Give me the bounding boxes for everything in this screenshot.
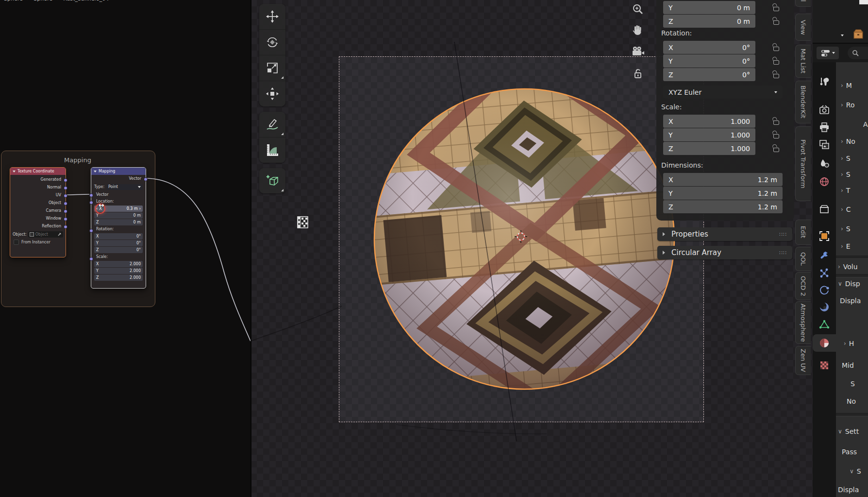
panel-row[interactable]: ›Ro xyxy=(841,101,854,109)
sidebar-tab-ocd-2[interactable]: OCD 2 xyxy=(795,272,811,300)
lock-rotation-x-icon[interactable] xyxy=(773,43,781,51)
rotation-mode-dropdown[interactable]: XYZ Euler xyxy=(663,86,783,99)
scale-z-field[interactable]: Z 1.000 xyxy=(663,142,755,155)
editor-type-button[interactable] xyxy=(817,47,839,59)
location-z-slider[interactable]: Z 0 m xyxy=(94,219,143,225)
measure-tool-button[interactable] xyxy=(259,137,285,163)
scale-x-field[interactable]: X 1.000 xyxy=(663,115,755,128)
lock-rotation-y-icon[interactable] xyxy=(773,57,781,65)
tab-constraints[interactable] xyxy=(813,298,836,316)
sidebar-tab-pivot-transform[interactable]: Pivot Transform xyxy=(795,126,811,201)
tab-particles[interactable] xyxy=(813,264,836,282)
rotation-y-field[interactable]: Y 0° xyxy=(663,54,755,68)
socket-uv[interactable] xyxy=(64,194,67,198)
move-tool-button[interactable] xyxy=(259,4,285,29)
tab-world[interactable] xyxy=(813,173,836,190)
tab-tool[interactable] xyxy=(813,73,836,90)
circular-array-panel-header[interactable]: Circular Array ∷∷ xyxy=(657,246,792,259)
socket-vector-output[interactable] xyxy=(144,177,148,181)
pan-gizmo[interactable] xyxy=(628,20,648,40)
mapping-node-header[interactable]: Mapping xyxy=(91,168,146,175)
collapse-chevron-icon[interactable] xyxy=(94,171,97,174)
camera-gizmo[interactable] xyxy=(628,42,648,61)
rotation-z-field[interactable]: Z 0° xyxy=(663,68,755,81)
lock-scale-z-icon[interactable] xyxy=(773,144,781,153)
mapping-node[interactable]: Mapping Vector Type: Point Vector Locati… xyxy=(91,167,146,289)
rotation-x-field[interactable]: X 0° xyxy=(663,41,755,54)
tab-modifiers[interactable] xyxy=(813,247,836,264)
rotation-x-slider[interactable]: X 0° xyxy=(94,233,143,240)
socket-normal[interactable] xyxy=(64,186,67,190)
sidebar-tab-edit[interactable]: Edit xyxy=(795,220,811,245)
sidebar-tab-mat-list[interactable]: Mat List xyxy=(795,45,811,78)
sidebar-tab-zen-uv[interactable]: Zen UV xyxy=(795,346,811,375)
panel-row[interactable]: ›C xyxy=(841,206,851,213)
scale-z-slider[interactable]: Z 2.000 xyxy=(94,274,143,281)
scale-y-slider[interactable]: Y 2.000 xyxy=(94,268,143,274)
tab-collection[interactable] xyxy=(813,200,836,218)
rotation-z-slider[interactable]: Z 0° xyxy=(94,247,143,253)
properties-panel-header[interactable]: Properties ∷∷ xyxy=(657,227,792,241)
panel-row[interactable]: ›S xyxy=(841,154,851,162)
panel-row-settings[interactable]: ∨Sett xyxy=(838,428,859,435)
lock-scale-x-icon[interactable] xyxy=(773,117,781,125)
location-z-field[interactable]: Z 0 m xyxy=(663,15,755,28)
panel-row[interactable]: ›E xyxy=(841,242,851,250)
zoom-gizmo[interactable] xyxy=(628,0,648,19)
lock-scale-y-icon[interactable] xyxy=(773,131,781,139)
from-instancer-checkbox[interactable] xyxy=(14,240,19,245)
tab-material[interactable] xyxy=(813,334,836,352)
dimension-x-field[interactable]: X 1.2 m xyxy=(663,173,783,186)
tab-physics[interactable] xyxy=(813,282,836,299)
scale-tool-button[interactable] xyxy=(259,55,285,81)
socket-location[interactable] xyxy=(89,201,93,205)
from-instancer-row[interactable]: From Instancer xyxy=(10,238,66,246)
texture-coordinate-node[interactable]: Texture Coordinate Generated Normal UV O… xyxy=(10,167,66,257)
dimension-y-field[interactable]: Y 1.2 m xyxy=(663,187,783,200)
sidebar-tab-qol[interactable]: QOL xyxy=(795,247,811,271)
rotate-tool-button[interactable] xyxy=(259,29,285,55)
panel-row[interactable]: ∨S xyxy=(850,467,861,475)
shader-editor[interactable]: Sphere › Sphere › Rust_banners_04 Mappin… xyxy=(0,0,251,497)
socket-generated[interactable] xyxy=(64,178,67,182)
panel-grip-icon[interactable]: ∷∷ xyxy=(779,231,787,238)
dimension-z-field[interactable]: Z 1.2 m xyxy=(663,200,783,213)
socket-window[interactable] xyxy=(64,217,67,221)
lock-rotation-z-icon[interactable] xyxy=(773,70,781,79)
panel-row-volume[interactable]: ›Volu xyxy=(838,263,858,271)
socket-scale[interactable] xyxy=(89,257,93,261)
tab-output[interactable] xyxy=(813,119,836,136)
socket-vector-input[interactable] xyxy=(89,193,93,197)
rotation-y-slider[interactable]: Y 0° xyxy=(94,240,143,246)
tab-texture[interactable] xyxy=(813,357,836,374)
transform-tool-button[interactable] xyxy=(259,81,285,106)
tab-object-data[interactable] xyxy=(813,316,836,333)
eyedropper-icon[interactable] xyxy=(58,232,62,236)
panel-row[interactable]: ›T xyxy=(841,187,850,194)
tab-scene[interactable] xyxy=(813,154,836,172)
search-field[interactable] xyxy=(848,47,868,59)
socket-reflection[interactable] xyxy=(64,225,67,229)
scale-x-slider[interactable]: X 2.000 xyxy=(94,261,143,267)
tab-render[interactable] xyxy=(813,101,836,119)
panel-row[interactable]: ›M xyxy=(841,82,852,89)
sidebar-tab-blenderkit[interactable]: BlenderKit xyxy=(795,81,811,123)
tab-view-layer[interactable] xyxy=(813,136,836,154)
panel-row-displacement[interactable]: ∨Disp xyxy=(838,280,860,288)
socket-object[interactable] xyxy=(64,202,67,206)
sidebar-tab-view[interactable]: View xyxy=(795,14,811,41)
annotate-tool-button[interactable] xyxy=(259,112,285,137)
sidebar-tab-atmosphere[interactable]: Atmosphere xyxy=(795,301,811,344)
panel-grip-icon[interactable]: ∷∷ xyxy=(779,250,787,256)
object-field[interactable]: Object xyxy=(28,231,63,238)
socket-rotation[interactable] xyxy=(89,229,93,233)
collapse-chevron-icon[interactable] xyxy=(13,171,16,174)
socket-camera[interactable] xyxy=(64,209,67,213)
sidebar-tab-tool[interactable]: Tool xyxy=(795,0,811,7)
location-y-field[interactable]: Y 0 m xyxy=(663,1,755,14)
panel-row[interactable]: ›H xyxy=(844,340,854,347)
lock-location-y-icon[interactable] xyxy=(773,3,781,12)
lock-gizmo[interactable] xyxy=(628,64,648,84)
panel-row[interactable]: ›S xyxy=(841,225,851,233)
lock-location-z-icon[interactable] xyxy=(773,17,781,25)
